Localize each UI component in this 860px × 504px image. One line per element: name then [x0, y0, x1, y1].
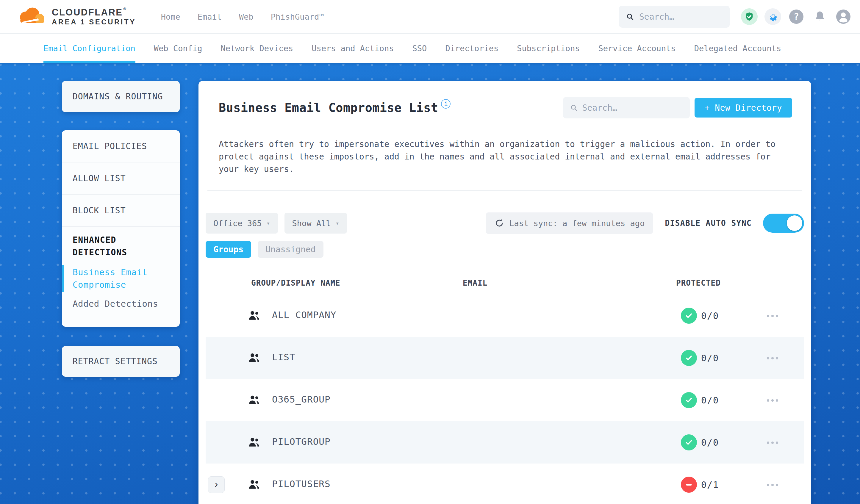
group-tabs: Groups Unassigned: [206, 241, 804, 258]
primary-nav-item[interactable]: PhishGuard™: [271, 12, 324, 21]
table-body: ALL COMPANY 0/0: [206, 294, 804, 504]
search-icon: [626, 12, 634, 21]
show-filter-select[interactable]: Show All ▾: [285, 213, 347, 233]
registered-mark-icon: ®: [124, 6, 127, 18]
protected-count: 0/0: [701, 395, 719, 405]
unprotected-minus-icon: [681, 477, 697, 493]
settings-button[interactable]: [764, 8, 781, 25]
list-search-input[interactable]: [582, 103, 683, 113]
sidebar-card-policies: EMAIL POLICIES ALLOW LIST BLOCK LIST ENH…: [62, 130, 180, 327]
secondary-nav-item[interactable]: Service Accounts: [599, 34, 676, 63]
shield-check-icon: [744, 12, 754, 22]
secondary-nav-item[interactable]: Network Devices: [220, 34, 293, 63]
primary-nav-item[interactable]: Web: [239, 12, 254, 21]
secondary-nav-item[interactable]: Directories: [445, 34, 499, 63]
table-row: ALL COMPANY 0/0: [206, 294, 804, 337]
info-icon[interactable]: i: [441, 99, 450, 109]
row-actions-menu-button[interactable]: [766, 312, 779, 320]
ellipsis-dot: [776, 315, 778, 317]
table-header: GROUP/DISPLAY NAME EMAIL PROTECTED: [206, 271, 804, 294]
last-sync-label: Last sync: a few minutes ago: [509, 219, 645, 228]
ellipsis-dot: [771, 484, 774, 486]
expand-row-button[interactable]: ›: [208, 476, 225, 493]
secondary-nav-item[interactable]: SSO: [413, 34, 427, 63]
user-profile-button[interactable]: [835, 8, 852, 25]
people-group-icon: [247, 478, 261, 493]
row-actions-menu-button[interactable]: [766, 354, 779, 362]
secondary-nav-item[interactable]: Email Configuration: [43, 34, 135, 63]
main-panel: Business Email Compromise List i + New D…: [199, 81, 811, 504]
group-tab[interactable]: Groups: [206, 241, 251, 258]
sidebar-item-allow-list[interactable]: ALLOW LIST: [62, 162, 180, 195]
primary-nav-item[interactable]: Home: [161, 12, 180, 21]
sidebar-item-label: EMAIL POLICIES: [73, 141, 147, 151]
ellipsis-dot: [776, 399, 778, 402]
protected-count: 0/0: [701, 353, 719, 363]
secondary-nav-item[interactable]: Delegated Accounts: [694, 34, 782, 63]
page-title: Business Email Compromise List: [219, 101, 438, 115]
sidebar-item-email-policies[interactable]: EMAIL POLICIES: [62, 130, 180, 162]
secondary-nav: Email Configuration Web Config Network D…: [0, 33, 860, 63]
sidebar-item-domains-routing[interactable]: DOMAINS & ROUTING: [62, 81, 180, 112]
sidebar-item-enhanced-detections[interactable]: ENHANCED DETECTIONS: [73, 234, 169, 259]
sidebar-item-label: Business Email Compromise: [73, 267, 147, 290]
last-sync-button[interactable]: Last sync: a few minutes ago: [486, 213, 653, 234]
secondary-nav-item[interactable]: Users and Actions: [312, 34, 394, 63]
app-root: CLOUDFLARE® AREA 1 SECURITY Home Email W…: [0, 0, 860, 504]
column-header-email: EMAIL: [463, 278, 487, 287]
new-directory-button[interactable]: + New Directory: [694, 98, 792, 117]
sidebar-item-business-email-compromise[interactable]: Business Email Compromise: [62, 266, 169, 291]
directory-select-value: Office 365: [213, 219, 262, 228]
protected-check-icon: [681, 308, 697, 324]
protected-count: 0/1: [701, 480, 719, 490]
group-name: PILOTUSERS: [272, 478, 331, 489]
sidebar-item-added-detections[interactable]: Added Detections: [62, 298, 169, 310]
help-button[interactable]: ?: [788, 8, 805, 25]
directory-select[interactable]: Office 365 ▾: [206, 213, 278, 233]
security-status-button[interactable]: [741, 8, 758, 25]
global-search-input[interactable]: [639, 12, 722, 22]
ellipsis-dot: [767, 484, 769, 486]
secondary-nav-item[interactable]: Web Config: [154, 34, 202, 63]
show-filter-value: Show All: [292, 219, 331, 228]
protected-status: 0/0: [681, 434, 719, 450]
top-header: CLOUDFLARE® AREA 1 SECURITY Home Email W…: [0, 0, 860, 33]
table-row: PILOTGROUP 0/0: [206, 421, 804, 463]
active-indicator-bar: [62, 265, 64, 292]
column-header-protected: PROTECTED: [676, 278, 721, 287]
protected-status: 0/0: [681, 350, 719, 366]
secondary-nav-item[interactable]: Subscriptions: [517, 34, 580, 63]
row-actions-menu-button[interactable]: [766, 396, 779, 405]
column-header-group-name: GROUP/DISPLAY NAME: [251, 278, 341, 287]
protected-check-icon: [681, 434, 697, 450]
table-row: › PILOTUSERS: [206, 463, 804, 504]
sidebar-section-enhanced-detections: ENHANCED DETECTIONS Business Email Compr…: [62, 227, 180, 310]
ellipsis-dot: [767, 442, 769, 444]
logo-subtitle: AREA 1 SECURITY: [52, 18, 136, 26]
primary-nav-item[interactable]: Email: [198, 12, 222, 21]
auto-sync-toggle[interactable]: [763, 214, 804, 233]
global-search: [619, 6, 730, 28]
search-icon: [570, 103, 577, 112]
ellipsis-dot: [767, 315, 769, 317]
row-actions-menu-button[interactable]: [766, 438, 779, 447]
help-icon: ?: [788, 8, 805, 25]
logo-title: CLOUDFLARE®: [52, 7, 136, 18]
user-profile-icon: [835, 8, 852, 25]
cloudflare-logo[interactable]: CLOUDFLARE® AREA 1 SECURITY: [17, 6, 136, 27]
row-actions-menu-button[interactable]: [766, 481, 779, 489]
cloudflare-cloud-icon: [17, 6, 50, 27]
ellipsis-dot: [776, 442, 778, 444]
sidebar-item-block-list[interactable]: BLOCK LIST: [62, 195, 180, 227]
ellipsis-dot: [767, 399, 769, 402]
notifications-button[interactable]: [812, 8, 828, 25]
sidebar-item-retract-settings[interactable]: RETRACT SETTINGS: [62, 346, 180, 377]
group-tab[interactable]: Unassigned: [258, 241, 324, 258]
ellipsis-dot: [771, 315, 774, 317]
sidebar-item-label: BLOCK LIST: [73, 205, 126, 215]
ellipsis-dot: [776, 357, 778, 359]
protected-count: 0/0: [701, 311, 719, 321]
chevron-down-icon: ▾: [267, 219, 270, 227]
group-name: ALL COMPANY: [272, 309, 336, 320]
protected-status: 0/0: [681, 392, 719, 408]
